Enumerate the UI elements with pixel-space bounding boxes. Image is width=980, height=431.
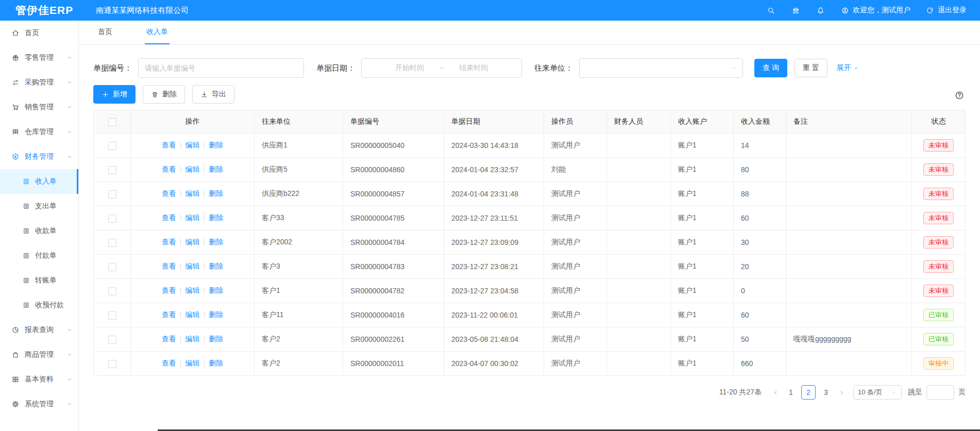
sidebar-item-收预付款[interactable]: 收预付款 [0,293,78,318]
column-header-备注: 备注 [786,110,912,134]
search-button[interactable]: 查 询 [754,59,787,77]
finance-person-cell [607,352,671,376]
sidebar-item-收入单[interactable]: 收入单 [0,169,78,194]
sidebar-item-仓库管理[interactable]: 仓库管理 [0,120,78,144]
action-编辑-link[interactable]: 编辑 [185,335,200,343]
sidebar-item-零售管理[interactable]: 零售管理 [0,45,78,70]
page-button-3[interactable]: 3 [819,385,833,400]
action-查看-link[interactable]: 查看 [162,310,176,319]
row-checkbox[interactable] [108,311,116,320]
logout-button[interactable]: 退出登录 [926,6,967,15]
remark-cell [786,303,912,327]
welcome-user[interactable]: 欢迎您，测试用户 [841,6,910,15]
remark-cell [786,352,912,376]
action-查看-link[interactable]: 查看 [162,335,176,343]
expand-link[interactable]: 展开 [837,63,859,73]
partner-select[interactable] [579,58,743,78]
action-删除-link[interactable]: 删除 [209,286,223,294]
action-删除-link[interactable]: 删除 [209,359,223,367]
table-row: 查看|编辑|删除供应商5SR000000048602024-01-04 23:3… [94,158,966,182]
logout-text: 退出登录 [938,6,967,15]
sidebar-item-付款单[interactable]: 付款单 [0,243,78,268]
row-checkbox[interactable] [108,239,116,247]
row-checkbox[interactable] [108,287,116,295]
action-编辑-link[interactable]: 编辑 [185,359,200,367]
action-查看-link[interactable]: 查看 [162,213,176,222]
date-range-picker[interactable]: 开始时间 ~ 结束时间 [361,58,522,78]
pagination-total: 11-20 共27条 [719,388,762,397]
bill-no-input[interactable] [138,58,304,78]
jump-page-input[interactable] [926,385,954,400]
action-删除-link[interactable]: 删除 [209,213,223,222]
tab-首页[interactable]: 首页 [96,21,114,44]
sidebar-item-支出单[interactable]: 支出单 [0,194,78,219]
delete-button[interactable]: 删除 [143,85,185,104]
action-删除-link[interactable]: 删除 [209,238,223,246]
download-icon [200,91,208,98]
action-编辑-link[interactable]: 编辑 [185,165,200,173]
help-icon[interactable] [954,90,965,101]
row-checkbox[interactable] [108,166,116,174]
income-amount-cell: 50 [734,327,786,352]
page-size-select[interactable]: 10 条/页 [853,385,902,400]
action-查看-link[interactable]: 查看 [162,286,176,294]
sidebar-item-label: 收入单 [35,177,57,186]
action-删除-link[interactable]: 删除 [209,141,223,149]
action-查看-link[interactable]: 查看 [162,238,176,246]
row-checkbox[interactable] [108,360,116,368]
action-删除-link[interactable]: 删除 [209,335,223,343]
action-查看-link[interactable]: 查看 [162,359,176,367]
bank-icon[interactable] [791,6,801,15]
action-编辑-link[interactable]: 编辑 [185,189,200,197]
bill-no-cell: SR00000002011 [343,352,444,376]
action-查看-link[interactable]: 查看 [162,262,176,270]
add-button[interactable]: 新增 [93,85,136,104]
sidebar-item-财务管理[interactable]: 财务管理 [0,144,78,169]
action-编辑-link[interactable]: 编辑 [185,262,200,270]
sidebar-item-销售管理[interactable]: 销售管理 [0,95,78,120]
select-all-checkbox[interactable] [108,118,116,126]
content-area: 单据编号： 单据日期： 开始时间 ~ 结束时间 往来单位： 查 询 重 置 展开 [79,45,980,431]
bell-icon[interactable] [816,6,825,15]
prev-page-icon[interactable] [769,385,782,400]
reset-button[interactable]: 重 置 [795,59,827,77]
export-button[interactable]: 导出 [192,85,234,104]
sidebar-item-基本资料[interactable]: 基本资料 [0,367,78,392]
sidebar-item-首页[interactable]: 首页 [0,21,78,45]
page-button-1[interactable]: 1 [784,385,798,400]
action-删除-link[interactable]: 删除 [209,262,223,270]
remark-cell [786,134,912,158]
action-编辑-link[interactable]: 编辑 [185,310,200,319]
bill-no-cell: SR00000004860 [343,158,444,182]
action-编辑-link[interactable]: 编辑 [185,238,200,246]
action-编辑-link[interactable]: 编辑 [185,286,200,294]
action-编辑-link[interactable]: 编辑 [185,141,200,149]
row-checkbox[interactable] [108,190,116,198]
search-icon[interactable] [767,6,776,15]
action-删除-link[interactable]: 删除 [209,165,223,173]
date-end-placeholder: 结束时间 [459,63,488,73]
sidebar-item-系统管理[interactable]: 系统管理 [0,392,78,417]
sidebar-item-报表查询[interactable]: 报表查询 [0,318,78,342]
tab-收入单[interactable]: 收入单 [145,21,170,44]
page-button-2[interactable]: 2 [801,385,816,400]
sidebar-item-转账单[interactable]: 转账单 [0,268,78,293]
row-checkbox[interactable] [108,336,116,344]
finance-person-cell [607,206,671,230]
action-查看-link[interactable]: 查看 [162,165,176,173]
income-amount-cell: 30 [734,230,786,255]
finance-person-cell [607,279,671,303]
sidebar-item-商品管理[interactable]: 商品管理 [0,342,78,367]
sidebar-item-收款单[interactable]: 收款单 [0,219,78,243]
action-删除-link[interactable]: 删除 [209,189,223,197]
action-查看-link[interactable]: 查看 [162,189,176,197]
action-查看-link[interactable]: 查看 [162,141,176,149]
row-checkbox[interactable] [108,263,116,271]
sidebar-item-采购管理[interactable]: 采购管理 [0,70,78,95]
next-page-icon[interactable] [835,385,848,400]
row-checkbox[interactable] [108,214,116,223]
row-checkbox[interactable] [108,142,116,150]
bill-no-cell: SR00000004785 [343,206,444,230]
action-删除-link[interactable]: 删除 [209,310,223,319]
action-编辑-link[interactable]: 编辑 [185,213,200,222]
